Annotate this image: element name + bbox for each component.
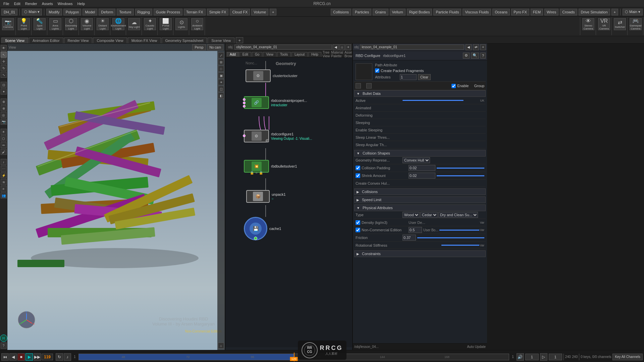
- rigid-bodies-btn[interactable]: Rigid Bodies: [407, 9, 432, 15]
- tab-scene-view-1[interactable]: Scene View: [1, 38, 28, 43]
- tab-composite-view[interactable]: Composite View: [93, 38, 127, 43]
- ne-tree-view-tab[interactable]: Tree View: [323, 51, 330, 58]
- pose-tool[interactable]: ✦: [1, 88, 7, 95]
- play-btn[interactable]: ▶: [25, 353, 33, 361]
- caustic-light-btn[interactable]: ✦ Caustic Light: [144, 18, 156, 30]
- node-rbdbulletsolver1[interactable]: 💥 🔒 ○ 🔒 rbdbulletsolver1: [244, 160, 297, 173]
- texture-btn[interactable]: Texture: [117, 9, 133, 15]
- shrink-amount-checkbox[interactable]: [356, 173, 360, 178]
- props-nav-back[interactable]: ◀: [466, 44, 472, 50]
- physical-attributes-header[interactable]: ▼ Physical Attributes: [354, 204, 486, 211]
- play-anim-btn[interactable]: ▷: [540, 353, 547, 361]
- tab-help-ne[interactable]: Help: [308, 52, 321, 57]
- oceans-btn[interactable]: Oceans: [492, 9, 510, 15]
- add-tab-btn[interactable]: +: [236, 37, 243, 43]
- view-tool[interactable]: 👁: [1, 45, 7, 51]
- timeline-track[interactable]: 48 72 96 120 144 168 120: [78, 354, 509, 360]
- guide-process-btn[interactable]: Guide Process: [154, 9, 182, 15]
- clear-btn[interactable]: Clear: [418, 74, 431, 80]
- paint-tool[interactable]: 🖌: [1, 149, 7, 155]
- key-all-channels-btn[interactable]: Key All Channels: [612, 354, 643, 360]
- distant-light-btn[interactable]: ☀ Distant Light: [97, 18, 109, 30]
- grains-btn[interactable]: Grains: [373, 9, 388, 15]
- info-tool[interactable]: ?: [1, 343, 7, 349]
- type-surface-select[interactable]: Dry and Clean Su...: [438, 212, 478, 218]
- viscous-fluids-btn[interactable]: Viscous Fluids: [463, 9, 491, 15]
- drive-simulation-btn[interactable]: Drive Simulation: [579, 9, 610, 15]
- select-tool[interactable]: ↖: [1, 52, 7, 58]
- particles-btn[interactable]: Particles: [353, 9, 371, 15]
- stereo-camera-btn[interactable]: 👁 Stereo Camera: [582, 18, 594, 30]
- bounce-input[interactable]: [409, 227, 422, 233]
- tab-view-ne[interactable]: View: [263, 52, 276, 57]
- node-rbdconstraintproperti[interactable]: 🔗 rbdconstraintpropert... intracluster: [244, 96, 307, 109]
- vr-camera-btn[interactable]: VR VR Camera: [598, 18, 610, 30]
- cloud-fx-btn[interactable]: Cloud FX: [230, 9, 250, 15]
- geometry-light-btn[interactable]: ⬡ Geometry Light: [65, 18, 77, 30]
- shrink-amount-input[interactable]: [409, 173, 435, 179]
- tab-geometry-spreadsheet[interactable]: Geometry Spreadsheet: [162, 38, 207, 43]
- node-new-tab[interactable]: +: [345, 44, 351, 50]
- node-nav-back[interactable]: ◀: [333, 44, 339, 50]
- vp-maximize-btn[interactable]: ⤢: [218, 52, 224, 58]
- node-clustertocluster[interactable]: ⚙ clustertocluster: [246, 69, 298, 82]
- menu-windows[interactable]: Windows: [56, 1, 75, 6]
- ne-material-palette-tab[interactable]: Material Palette: [331, 51, 343, 58]
- menu-file[interactable]: File: [1, 1, 11, 6]
- env-light-btn[interactable]: 🌐 Environment Light: [112, 18, 124, 30]
- stop-btn[interactable]: ■: [17, 353, 25, 361]
- ne-asset-browser-tab[interactable]: Asset Browser: [344, 51, 353, 58]
- vp-ortho-btn[interactable]: □: [218, 66, 224, 72]
- project-dropdown[interactable]: DH_01: [1, 9, 17, 15]
- geometry-represent-select[interactable]: Convex Hull: [402, 157, 430, 163]
- bounce-checkbox[interactable]: [356, 228, 360, 232]
- particle-fluids-btn[interactable]: Particle Fluids: [433, 9, 461, 15]
- no-cam-btn[interactable]: No cam: [207, 44, 223, 50]
- menu-help[interactable]: Help: [75, 1, 87, 6]
- constraints-header[interactable]: ▶ Constraints: [354, 250, 486, 257]
- magnet-tool[interactable]: ⊗: [1, 105, 7, 111]
- point-light-btn[interactable]: 💡 Point Light: [18, 18, 30, 30]
- vp-light-btn[interactable]: ☀: [218, 79, 224, 85]
- terrain-fx-btn[interactable]: Terrain FX: [184, 9, 206, 15]
- menu-edit[interactable]: Edit: [12, 1, 22, 6]
- wires-btn[interactable]: Wires: [544, 9, 558, 15]
- tab-animation-editor[interactable]: Animation Editor: [29, 38, 63, 43]
- loop-btn[interactable]: ↻: [56, 353, 63, 361]
- end-frame-input[interactable]: [549, 354, 562, 360]
- scale-tool[interactable]: ⤡: [1, 72, 7, 78]
- props-new-tab[interactable]: +: [480, 44, 486, 50]
- collisions-header[interactable]: ▶ Collisions: [354, 188, 486, 195]
- collision-padding-input[interactable]: [409, 165, 435, 171]
- hair-tool[interactable]: ≋: [1, 179, 7, 185]
- props-gear-btn[interactable]: ⚙: [463, 53, 470, 59]
- audio-btn[interactable]: ♪: [64, 353, 71, 361]
- tab-tools[interactable]: Tools: [277, 52, 291, 57]
- type-wood-select[interactable]: Wood: [402, 212, 420, 218]
- move-tool[interactable]: ✛: [1, 58, 7, 64]
- node-rbdconfigure1[interactable]: ⚙ ⚙ rbdconfigure1 Viewing Output -1: Vis…: [244, 130, 312, 142]
- tab-scene-view-2[interactable]: Scene View: [208, 38, 234, 43]
- menu-render[interactable]: Render: [23, 1, 39, 6]
- collision-padding-checkbox[interactable]: [356, 166, 360, 170]
- tab-add[interactable]: Add: [227, 52, 239, 57]
- tab-render-view[interactable]: Render View: [64, 38, 93, 43]
- portal-light-btn[interactable]: ⬜ Portal Light: [160, 18, 172, 30]
- soft-tool[interactable]: ◎: [1, 112, 7, 118]
- node-canvas[interactable]: Nonc... Geometry ⚙ clustertocluster 🔗: [225, 58, 352, 347]
- tab-motion-fx-view[interactable]: Motion FX View: [128, 38, 161, 43]
- density-checkbox[interactable]: [356, 220, 360, 225]
- spot-light-btn[interactable]: 🔦 Spot Light: [34, 18, 46, 30]
- attributes-input[interactable]: [400, 74, 417, 80]
- props-auto-update[interactable]: Auto Update: [467, 345, 486, 349]
- fem-btn[interactable]: FEM: [531, 9, 543, 15]
- scene-dropdown[interactable]: ⬡ Main ▾: [22, 9, 42, 15]
- vp-bg-btn[interactable]: ◧: [218, 93, 224, 99]
- tab-layout[interactable]: Layout: [291, 52, 308, 57]
- play-audio-btn[interactable]: ▶▶: [34, 353, 41, 361]
- collision-shapes-header[interactable]: ▼ Collision Shapes: [354, 150, 486, 157]
- audio-right-btn[interactable]: 🔊: [517, 353, 524, 361]
- collisions-btn[interactable]: Collisions: [331, 9, 351, 15]
- pyro-fx-btn[interactable]: Pyro FX: [511, 9, 529, 15]
- node-unpack1[interactable]: 📦 unpack1 ○: [246, 190, 286, 203]
